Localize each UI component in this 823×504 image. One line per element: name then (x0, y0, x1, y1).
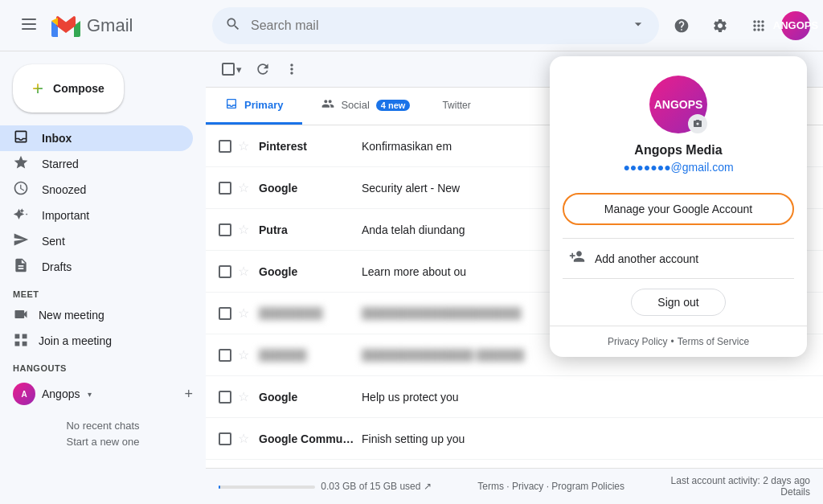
apps-button[interactable] (743, 10, 775, 42)
clock-icon (13, 180, 29, 199)
email-checkbox[interactable] (219, 307, 231, 320)
gmail-text: Gmail (87, 15, 133, 36)
hamburger-button[interactable] (13, 10, 45, 42)
help-button[interactable] (665, 10, 698, 42)
select-button[interactable]: ▾ (219, 59, 245, 79)
search-input[interactable] (251, 18, 624, 33)
storage-used-bar (219, 486, 220, 489)
sign-out-button[interactable]: Sign out (631, 289, 725, 316)
storage-text: 0.03 GB of 15 GB used (321, 481, 420, 492)
star-button[interactable]: ☆ (238, 222, 249, 237)
email-checkbox[interactable] (219, 391, 231, 404)
tab-twitter-label: Twitter (442, 100, 470, 111)
popup-avatar: ANGOPS (649, 76, 707, 133)
email-checkbox[interactable] (219, 223, 231, 236)
sidebar-starred-label: Starred (42, 158, 79, 170)
compose-button[interactable]: + Compose (13, 64, 124, 113)
video-icon (13, 306, 29, 325)
camera-icon[interactable] (688, 114, 707, 133)
sidebar-item-new-meeting[interactable]: New meeting (0, 302, 206, 328)
storage-info: 0.03 GB of 15 GB used ↗ (219, 481, 432, 492)
email-sender: ████████ (259, 307, 355, 320)
sidebar: + Compose Inbox Starred Snoozed Impor (0, 51, 206, 504)
hamburger-icon (22, 17, 36, 34)
meet-section-label: Meet (0, 280, 206, 302)
sidebar-item-sent[interactable]: Sent (0, 228, 193, 254)
hangouts-avatar: A (13, 383, 35, 405)
privacy-link[interactable]: Privacy (512, 481, 543, 492)
search-bar (212, 7, 659, 44)
tab-primary[interactable]: Primary (206, 88, 302, 125)
details-link[interactable]: Details (780, 486, 810, 498)
account-avatar-button[interactable]: ANGOPS (781, 11, 810, 40)
send-icon (13, 232, 29, 251)
select-checkbox[interactable] (222, 63, 235, 76)
svg-rect-0 (22, 18, 36, 20)
last-activity: Last account activity: 2 days ago Detail… (671, 475, 810, 498)
email-checkbox[interactable] (219, 182, 231, 195)
sidebar-sent-label: Sent (42, 235, 65, 248)
star-button[interactable]: ☆ (238, 138, 249, 154)
star-button[interactable]: ☆ (238, 264, 249, 279)
star-button[interactable]: ☆ (238, 180, 249, 195)
header-left: Gmail (13, 10, 206, 42)
tab-primary-label: Primary (244, 99, 283, 111)
terms-link[interactable]: Terms (477, 481, 504, 492)
tab-social[interactable]: Social 4 new (302, 88, 429, 125)
compose-label: Compose (53, 82, 104, 95)
inbox-icon (13, 129, 29, 148)
email-sender: Google (259, 182, 355, 195)
privacy-policy-link[interactable]: Privacy Policy (608, 336, 668, 347)
sidebar-item-important[interactable]: Important (0, 203, 193, 228)
email-footer: 0.03 GB of 15 GB used ↗ Terms · Privacy … (206, 468, 823, 504)
tab-social-icon (321, 97, 334, 113)
settings-button[interactable] (704, 10, 736, 42)
hangouts-add-button[interactable]: + (184, 386, 193, 403)
footer-dot1: · (506, 481, 512, 492)
email-content: Help us protect you (362, 391, 810, 404)
sidebar-inbox-label: Inbox (42, 132, 72, 145)
sidebar-item-snoozed[interactable]: Snoozed (0, 177, 193, 203)
sidebar-item-inbox[interactable]: Inbox (0, 125, 193, 151)
select-dropdown-icon: ▾ (236, 64, 242, 76)
gmail-logo: Gmail (51, 14, 133, 37)
email-checkbox[interactable] (219, 265, 231, 278)
table-row[interactable]: ☆ Google Help us protect you (206, 376, 823, 418)
grid-icon (13, 332, 29, 350)
add-account-row[interactable]: Add another account (550, 239, 807, 278)
star-button[interactable]: ☆ (238, 389, 249, 404)
add-account-label: Add another account (595, 252, 698, 265)
popup-name: Angops Media (634, 143, 722, 158)
email-sender: ██████ (259, 349, 355, 362)
no-recent-chats: No recent chats Start a new one (0, 412, 206, 456)
star-button[interactable]: ☆ (238, 431, 249, 446)
sidebar-item-join-meeting[interactable]: Join a meeting (0, 328, 206, 354)
tab-social-sub: Twitter (429, 88, 483, 125)
email-checkbox[interactable] (219, 349, 231, 362)
sidebar-item-starred[interactable]: Starred (0, 151, 193, 177)
tab-primary-icon (225, 97, 238, 113)
popup-email: ●●●●●●●@gmail.com (623, 161, 733, 174)
email-checkbox[interactable] (219, 140, 231, 153)
manage-account-button[interactable]: Manage your Google Account (563, 193, 794, 225)
email-checkbox[interactable] (219, 432, 231, 445)
program-policies-link[interactable]: Program Policies (551, 481, 624, 492)
footer-links: Terms · Privacy · Program Policies (477, 481, 624, 492)
star-button[interactable]: ☆ (238, 347, 249, 363)
sidebar-important-label: Important (42, 209, 89, 222)
svg-rect-1 (22, 23, 36, 25)
hangouts-user-item[interactable]: A Angops ▾ + (0, 376, 206, 412)
hangouts-section-label: Hangouts (0, 354, 206, 376)
profile-popup: ANGOPS Angops Media ●●●●●●●@gmail.com Ma… (550, 56, 807, 357)
terms-of-service-link[interactable]: Terms of Service (678, 336, 749, 347)
footer-separator: • (671, 336, 674, 347)
header-right: ANGOPS (665, 10, 810, 42)
tab-social-label: Social (341, 99, 369, 111)
refresh-button[interactable] (252, 58, 274, 80)
sidebar-item-drafts[interactable]: Drafts (0, 254, 193, 280)
star-button[interactable]: ☆ (238, 305, 249, 321)
more-options-button[interactable] (280, 58, 303, 80)
table-row[interactable]: ☆ Google Community Te. Finish setting up… (206, 418, 823, 460)
social-badge: 4 new (376, 100, 411, 111)
search-dropdown-icon[interactable] (630, 16, 646, 35)
